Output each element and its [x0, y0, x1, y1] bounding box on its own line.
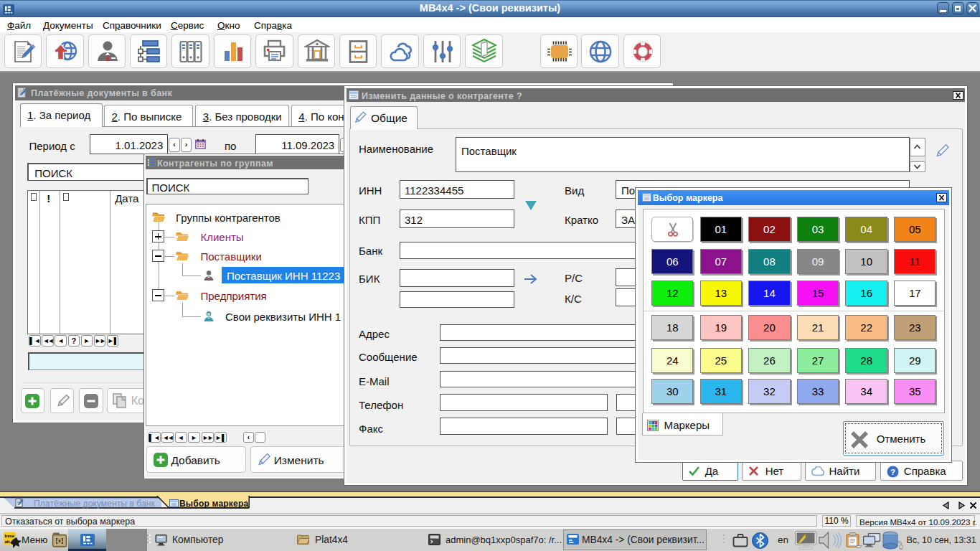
svg-text:alt: alt	[5, 540, 10, 544]
svg-text:base: base	[5, 534, 15, 538]
svg-text:?: ?	[890, 467, 895, 476]
